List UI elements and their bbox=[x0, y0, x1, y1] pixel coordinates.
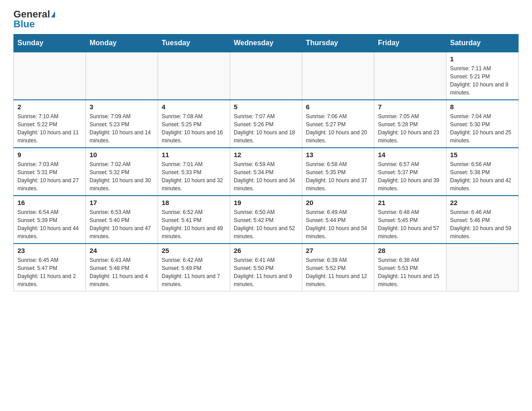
day-number: 1 bbox=[450, 55, 515, 63]
day-info: Sunrise: 7:05 AMSunset: 5:28 PMDaylight:… bbox=[378, 112, 442, 145]
day-cell: 10Sunrise: 7:02 AMSunset: 5:32 PMDayligh… bbox=[86, 148, 158, 196]
day-info: Sunrise: 6:50 AMSunset: 5:42 PMDaylight:… bbox=[234, 208, 298, 240]
day-number: 20 bbox=[306, 199, 370, 206]
day-number: 13 bbox=[306, 151, 370, 158]
day-cell: 12Sunrise: 6:59 AMSunset: 5:34 PMDayligh… bbox=[230, 148, 302, 196]
day-header-monday: Monday bbox=[86, 34, 158, 52]
day-number: 21 bbox=[378, 199, 442, 206]
day-info: Sunrise: 6:54 AMSunset: 5:39 PMDaylight:… bbox=[17, 208, 82, 240]
day-cell: 23Sunrise: 6:45 AMSunset: 5:47 PMDayligh… bbox=[14, 244, 86, 291]
day-cell bbox=[446, 244, 519, 291]
day-number: 11 bbox=[162, 151, 226, 158]
day-header-thursday: Thursday bbox=[302, 34, 374, 52]
logo: General Blue bbox=[13, 9, 55, 30]
day-header-saturday: Saturday bbox=[446, 34, 519, 52]
day-number: 18 bbox=[162, 199, 226, 206]
day-cell: 21Sunrise: 6:48 AMSunset: 5:45 PMDayligh… bbox=[374, 196, 446, 244]
week-row-5: 23Sunrise: 6:45 AMSunset: 5:47 PMDayligh… bbox=[14, 244, 519, 291]
day-info: Sunrise: 7:01 AMSunset: 5:33 PMDaylight:… bbox=[162, 160, 226, 193]
day-header-friday: Friday bbox=[374, 34, 446, 52]
day-number: 16 bbox=[17, 199, 82, 206]
logo-triangle-icon bbox=[51, 11, 55, 17]
day-cell: 28Sunrise: 6:38 AMSunset: 5:53 PMDayligh… bbox=[374, 244, 446, 291]
day-cell: 20Sunrise: 6:49 AMSunset: 5:44 PMDayligh… bbox=[302, 196, 374, 244]
week-row-4: 16Sunrise: 6:54 AMSunset: 5:39 PMDayligh… bbox=[14, 196, 519, 244]
day-info: Sunrise: 6:58 AMSunset: 5:35 PMDaylight:… bbox=[306, 160, 370, 193]
day-number: 5 bbox=[234, 103, 298, 111]
day-number: 2 bbox=[17, 103, 82, 111]
day-info: Sunrise: 7:06 AMSunset: 5:27 PMDaylight:… bbox=[306, 112, 370, 145]
day-info: Sunrise: 7:04 AMSunset: 5:30 PMDaylight:… bbox=[450, 112, 515, 145]
day-info: Sunrise: 7:10 AMSunset: 5:22 PMDaylight:… bbox=[17, 112, 82, 145]
day-info: Sunrise: 7:07 AMSunset: 5:26 PMDaylight:… bbox=[234, 112, 298, 145]
day-number: 24 bbox=[90, 247, 154, 254]
day-cell: 16Sunrise: 6:54 AMSunset: 5:39 PMDayligh… bbox=[14, 196, 86, 244]
day-cell: 4Sunrise: 7:08 AMSunset: 5:25 PMDaylight… bbox=[158, 100, 230, 148]
day-cell bbox=[302, 52, 374, 100]
day-number: 15 bbox=[450, 151, 515, 158]
day-info: Sunrise: 6:52 AMSunset: 5:41 PMDaylight:… bbox=[162, 208, 226, 240]
day-cell: 25Sunrise: 6:42 AMSunset: 5:49 PMDayligh… bbox=[158, 244, 230, 291]
calendar-table: SundayMondayTuesdayWednesdayThursdayFrid… bbox=[13, 34, 519, 291]
day-info: Sunrise: 6:59 AMSunset: 5:34 PMDaylight:… bbox=[234, 160, 298, 193]
day-cell: 5Sunrise: 7:07 AMSunset: 5:26 PMDaylight… bbox=[230, 100, 302, 148]
day-number: 6 bbox=[306, 103, 370, 111]
calendar-body: 1Sunrise: 7:11 AMSunset: 5:21 PMDaylight… bbox=[14, 52, 519, 291]
day-cell bbox=[230, 52, 302, 100]
day-info: Sunrise: 6:45 AMSunset: 5:47 PMDaylight:… bbox=[17, 256, 82, 288]
day-cell: 27Sunrise: 6:39 AMSunset: 5:52 PMDayligh… bbox=[302, 244, 374, 291]
day-info: Sunrise: 7:02 AMSunset: 5:32 PMDaylight:… bbox=[90, 160, 154, 193]
week-row-3: 9Sunrise: 7:03 AMSunset: 5:31 PMDaylight… bbox=[14, 148, 519, 196]
day-cell: 9Sunrise: 7:03 AMSunset: 5:31 PMDaylight… bbox=[14, 148, 86, 196]
day-header-sunday: Sunday bbox=[14, 34, 86, 52]
days-of-week-row: SundayMondayTuesdayWednesdayThursdayFrid… bbox=[14, 34, 519, 52]
day-info: Sunrise: 6:53 AMSunset: 5:40 PMDaylight:… bbox=[90, 208, 154, 240]
day-cell: 17Sunrise: 6:53 AMSunset: 5:40 PMDayligh… bbox=[86, 196, 158, 244]
day-number: 28 bbox=[378, 247, 442, 254]
calendar-header: SundayMondayTuesdayWednesdayThursdayFrid… bbox=[14, 34, 519, 52]
day-number: 9 bbox=[17, 151, 82, 158]
day-cell bbox=[86, 52, 158, 100]
day-cell bbox=[374, 52, 446, 100]
day-info: Sunrise: 6:43 AMSunset: 5:48 PMDaylight:… bbox=[90, 256, 154, 288]
day-cell: 15Sunrise: 6:56 AMSunset: 5:38 PMDayligh… bbox=[446, 148, 519, 196]
day-info: Sunrise: 6:41 AMSunset: 5:50 PMDaylight:… bbox=[234, 256, 298, 288]
day-number: 12 bbox=[234, 151, 298, 158]
day-info: Sunrise: 6:42 AMSunset: 5:49 PMDaylight:… bbox=[162, 256, 226, 288]
day-cell: 19Sunrise: 6:50 AMSunset: 5:42 PMDayligh… bbox=[230, 196, 302, 244]
day-cell: 3Sunrise: 7:09 AMSunset: 5:23 PMDaylight… bbox=[86, 100, 158, 148]
day-header-tuesday: Tuesday bbox=[158, 34, 230, 52]
day-info: Sunrise: 6:57 AMSunset: 5:37 PMDaylight:… bbox=[378, 160, 442, 193]
day-info: Sunrise: 7:08 AMSunset: 5:25 PMDaylight:… bbox=[162, 112, 226, 145]
day-cell: 11Sunrise: 7:01 AMSunset: 5:33 PMDayligh… bbox=[158, 148, 230, 196]
day-cell: 26Sunrise: 6:41 AMSunset: 5:50 PMDayligh… bbox=[230, 244, 302, 291]
day-cell: 13Sunrise: 6:58 AMSunset: 5:35 PMDayligh… bbox=[302, 148, 374, 196]
day-info: Sunrise: 6:56 AMSunset: 5:38 PMDaylight:… bbox=[450, 160, 515, 193]
day-info: Sunrise: 6:49 AMSunset: 5:44 PMDaylight:… bbox=[306, 208, 370, 240]
day-cell: 22Sunrise: 6:46 AMSunset: 5:46 PMDayligh… bbox=[446, 196, 519, 244]
day-cell: 24Sunrise: 6:43 AMSunset: 5:48 PMDayligh… bbox=[86, 244, 158, 291]
day-number: 17 bbox=[90, 199, 154, 206]
day-cell: 1Sunrise: 7:11 AMSunset: 5:21 PMDaylight… bbox=[446, 52, 519, 100]
day-info: Sunrise: 7:09 AMSunset: 5:23 PMDaylight:… bbox=[90, 112, 154, 145]
week-row-1: 1Sunrise: 7:11 AMSunset: 5:21 PMDaylight… bbox=[14, 52, 519, 100]
day-number: 7 bbox=[378, 103, 442, 111]
day-number: 3 bbox=[90, 103, 154, 111]
day-number: 14 bbox=[378, 151, 442, 158]
day-info: Sunrise: 6:39 AMSunset: 5:52 PMDaylight:… bbox=[306, 256, 370, 288]
week-row-2: 2Sunrise: 7:10 AMSunset: 5:22 PMDaylight… bbox=[14, 100, 519, 148]
day-number: 19 bbox=[234, 199, 298, 206]
day-number: 4 bbox=[162, 103, 226, 111]
day-info: Sunrise: 6:46 AMSunset: 5:46 PMDaylight:… bbox=[450, 208, 515, 240]
day-cell: 7Sunrise: 7:05 AMSunset: 5:28 PMDaylight… bbox=[374, 100, 446, 148]
day-number: 8 bbox=[450, 103, 515, 111]
day-number: 25 bbox=[162, 247, 226, 254]
day-info: Sunrise: 7:03 AMSunset: 5:31 PMDaylight:… bbox=[17, 160, 82, 193]
day-number: 10 bbox=[90, 151, 154, 158]
day-cell: 6Sunrise: 7:06 AMSunset: 5:27 PMDaylight… bbox=[302, 100, 374, 148]
day-cell: 2Sunrise: 7:10 AMSunset: 5:22 PMDaylight… bbox=[14, 100, 86, 148]
day-number: 22 bbox=[450, 199, 515, 206]
page-header: General Blue bbox=[13, 9, 519, 30]
day-number: 26 bbox=[234, 247, 298, 254]
day-number: 23 bbox=[17, 247, 82, 254]
